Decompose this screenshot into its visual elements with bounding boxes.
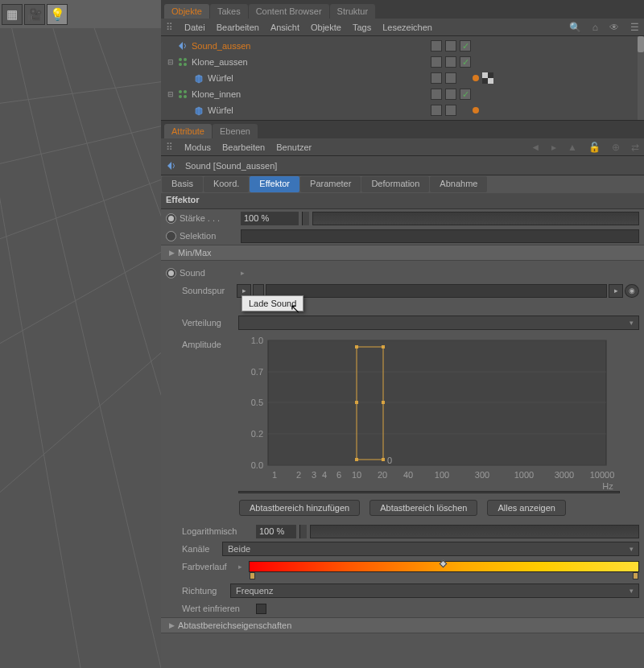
select-richtung[interactable]: Frequenz xyxy=(230,583,639,598)
slider-log[interactable] xyxy=(310,525,639,538)
camera-icon[interactable]: 🎥 xyxy=(24,4,45,25)
svg-text:0: 0 xyxy=(387,456,392,465)
btn-del-range[interactable]: Abtastbereich löschen xyxy=(369,500,477,516)
input-log[interactable] xyxy=(256,525,296,538)
prop-tab-basis[interactable]: Basis xyxy=(162,176,203,192)
checkbox-wert-einfrieren[interactable] xyxy=(256,604,266,614)
menu-benutzer[interactable]: Benutzer xyxy=(276,142,312,152)
input-staerke[interactable] xyxy=(241,212,299,225)
svg-text:10000: 10000 xyxy=(590,470,615,480)
tree-collapse-icon[interactable]: ⊟ xyxy=(167,90,177,98)
svg-text:Hz: Hz xyxy=(602,481,613,489)
select-verteilung[interactable] xyxy=(238,315,639,330)
soundspur-play-icon[interactable]: ◉ xyxy=(625,284,639,298)
svg-rect-45 xyxy=(355,345,358,348)
list-icon[interactable]: ☰ xyxy=(630,22,639,33)
svg-line-3 xyxy=(0,229,161,366)
btn-add-range[interactable]: Abtastbereich hinzufügen xyxy=(239,500,360,516)
fwd-icon[interactable]: ▸ xyxy=(551,142,556,153)
svg-text:10: 10 xyxy=(352,470,361,480)
prop-tab-effektor[interactable]: Effektor xyxy=(250,176,299,192)
texture-tag[interactable] xyxy=(482,72,493,84)
object-tree[interactable]: Sound_aussen ✓ ⊟ Klone_aussen ✓ Würfel ⊟… xyxy=(161,36,644,121)
tree-scrollbar[interactable] xyxy=(638,36,644,120)
menu-ansicht[interactable]: Ansicht xyxy=(270,23,299,32)
radio-selektion[interactable] xyxy=(166,231,176,241)
soundspur-browse-button[interactable]: ▸ xyxy=(609,284,623,298)
view-persp-icon[interactable]: ▦ xyxy=(2,4,23,25)
tree-row-sound-aussen[interactable]: Sound_aussen ✓ xyxy=(161,38,644,54)
up-icon[interactable]: ▲ xyxy=(568,142,577,153)
lock-icon[interactable]: 🔓 xyxy=(588,142,601,153)
amplitude-chart[interactable]: 1.0 0.7 0.5 0.2 0.0 123 4610 2040100 300… xyxy=(238,336,620,489)
menu-bearbeiten[interactable]: Bearbeiten xyxy=(222,142,265,152)
vis-dot[interactable] xyxy=(445,40,456,52)
tab-attribute[interactable]: Attribute xyxy=(164,124,212,138)
svg-text:0.0: 0.0 xyxy=(251,460,263,470)
collapse-minmax[interactable]: ▶ Min/Max xyxy=(161,245,644,261)
svg-line-4 xyxy=(0,318,161,527)
tab-takes[interactable]: Takes xyxy=(210,4,248,19)
eye-icon[interactable]: 👁 xyxy=(609,22,619,33)
select-kanaele[interactable]: Beide xyxy=(222,542,639,556)
spinner-log[interactable] xyxy=(299,525,307,538)
mouse-cursor-icon: ↖ xyxy=(290,301,300,316)
select-value: Beide xyxy=(228,544,250,554)
menu-lesezeichen[interactable]: Lesezeichen xyxy=(382,23,432,32)
tab-content-browser[interactable]: Content Browser xyxy=(249,4,329,19)
radio-sound[interactable] xyxy=(166,268,176,278)
tree-row-wuerfel-2[interactable]: Würfel xyxy=(161,102,644,118)
radio-staerke[interactable] xyxy=(166,213,176,224)
layer-dot[interactable] xyxy=(431,40,442,52)
gradient-stop[interactable] xyxy=(439,560,447,568)
new-icon[interactable]: ⊕ xyxy=(612,142,620,153)
back-icon[interactable]: ◄ xyxy=(530,142,540,153)
gradient-handle-right[interactable] xyxy=(633,572,638,579)
spinner-staerke[interactable] xyxy=(302,212,309,225)
enable-check[interactable]: ✓ xyxy=(460,40,471,52)
menu-grip-icon[interactable]: ⠿ xyxy=(166,22,173,33)
svg-rect-47 xyxy=(355,401,358,404)
link-icon[interactable]: ⇄ xyxy=(631,142,639,153)
svg-point-12 xyxy=(179,63,182,66)
input-selektion[interactable] xyxy=(241,229,639,243)
prop-tab-koord[interactable]: Koord. xyxy=(204,176,249,192)
tree-collapse-icon[interactable]: ⊟ xyxy=(167,58,177,66)
menu-datei[interactable]: Datei xyxy=(184,23,205,32)
tag-dot[interactable] xyxy=(473,107,479,113)
svg-text:20: 20 xyxy=(378,470,387,480)
menu-grip-icon[interactable]: ⠿ xyxy=(166,142,173,153)
tag-dot[interactable] xyxy=(473,75,479,81)
prop-tab-abnahme[interactable]: Abnahme xyxy=(430,176,487,192)
tab-objekte[interactable]: Objekte xyxy=(164,4,209,19)
light-icon[interactable]: 💡 xyxy=(47,4,68,25)
search-icon[interactable]: 🔍 xyxy=(569,22,581,33)
tree-row-wuerfel-1[interactable]: Würfel xyxy=(161,70,644,86)
btn-show-all[interactable]: Alles anzeigen xyxy=(487,500,566,516)
svg-text:1: 1 xyxy=(272,470,277,480)
tree-label: Klone_innen xyxy=(192,89,247,99)
tab-struktur[interactable]: Struktur xyxy=(330,4,376,19)
sound-effector-icon xyxy=(177,40,188,52)
gradient-handle-left[interactable] xyxy=(250,572,255,579)
attribute-object-title: Sound [Sound_aussen] xyxy=(185,161,277,171)
menu-modus[interactable]: Modus xyxy=(184,142,211,152)
gradient-editor[interactable] xyxy=(249,561,639,572)
home-icon[interactable]: ⌂ xyxy=(592,22,598,33)
collapse-abtastbereich[interactable]: ▶ Abtastbereichseigenschaften xyxy=(161,617,644,633)
prop-tab-parameter[interactable]: Parameter xyxy=(300,176,361,192)
menu-objekte[interactable]: Objekte xyxy=(311,23,341,32)
viewport-3d[interactable] xyxy=(0,28,161,668)
tab-ebenen[interactable]: Ebenen xyxy=(213,124,258,138)
svg-rect-49 xyxy=(355,458,358,461)
menu-bearbeiten[interactable]: Bearbeiten xyxy=(217,23,259,32)
tree-row-klone-aussen[interactable]: ⊟ Klone_aussen ✓ xyxy=(161,54,644,70)
slider-staerke[interactable] xyxy=(312,212,639,225)
chevron-right-icon: ▸ xyxy=(241,269,245,277)
tree-row-klone-innen[interactable]: ⊟ Klone_innen ✓ xyxy=(161,86,644,102)
input-soundspur[interactable] xyxy=(266,284,607,298)
prop-tab-deformation[interactable]: Deformation xyxy=(361,176,429,192)
menu-tags[interactable]: Tags xyxy=(353,23,371,32)
tree-label: Sound_aussen xyxy=(192,41,257,51)
chevron-right-icon: ▶ xyxy=(169,249,175,257)
